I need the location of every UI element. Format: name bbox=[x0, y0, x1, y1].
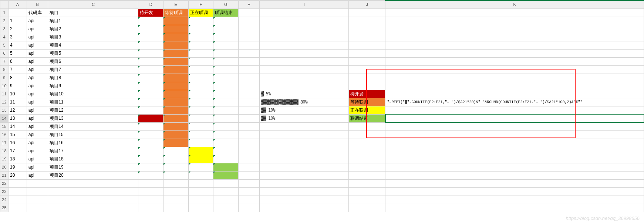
cell-bar[interactable]: ▓ 5% bbox=[260, 90, 349, 98]
cell-codebase[interactable]: api bbox=[27, 171, 48, 179]
cell-legend[interactable]: 联调结束 bbox=[349, 114, 385, 122]
cell-status[interactable] bbox=[163, 57, 188, 65]
cell[interactable] bbox=[349, 196, 385, 204]
row-header[interactable]: 23 bbox=[0, 187, 9, 196]
col-header-J[interactable]: J bbox=[349, 0, 385, 9]
cell[interactable] bbox=[260, 196, 349, 204]
cell-bar[interactable]: ▓▓▓▓▓▓▓▓▓▓▓▓▓▓▓▓ 80% bbox=[260, 98, 349, 106]
cell-status[interactable] bbox=[163, 106, 188, 114]
cell[interactable] bbox=[238, 90, 260, 98]
cell-status[interactable] bbox=[138, 57, 163, 65]
cell-status[interactable] bbox=[163, 33, 188, 41]
row-header[interactable]: 14 bbox=[0, 114, 9, 122]
cell[interactable] bbox=[138, 187, 163, 196]
cell[interactable] bbox=[27, 179, 48, 187]
cell-status[interactable] bbox=[138, 17, 163, 25]
cell[interactable] bbox=[238, 57, 260, 65]
cell[interactable] bbox=[238, 106, 260, 114]
cell-status[interactable] bbox=[188, 17, 213, 25]
cell[interactable] bbox=[238, 155, 260, 163]
cell-bar[interactable] bbox=[260, 82, 349, 90]
cell-status[interactable] bbox=[163, 114, 188, 122]
cell-status[interactable] bbox=[188, 57, 213, 65]
cell-codebase[interactable]: api bbox=[27, 82, 48, 90]
cell-project[interactable]: 项目17 bbox=[48, 147, 138, 155]
cell-legend[interactable] bbox=[349, 82, 385, 90]
col-header-I[interactable]: I bbox=[260, 0, 349, 9]
cell-formula[interactable] bbox=[385, 122, 644, 130]
cell-legend[interactable]: 等待联调 bbox=[349, 98, 385, 106]
row-header[interactable]: 6 bbox=[0, 49, 9, 57]
cell-formula[interactable]: "=REPT("▓",COUNTIF(E2:E21,"= ")/$A21*20)… bbox=[385, 98, 644, 106]
cell[interactable] bbox=[48, 179, 138, 187]
cell-codebase[interactable]: api bbox=[27, 139, 48, 147]
cell-status[interactable] bbox=[138, 49, 163, 57]
cell-codebase[interactable]: api bbox=[27, 25, 48, 33]
cell-formula[interactable] bbox=[385, 57, 644, 65]
cell-status[interactable] bbox=[188, 114, 213, 122]
cell-status[interactable] bbox=[138, 122, 163, 130]
cell-status[interactable] bbox=[138, 25, 163, 33]
cell-index[interactable]: 17 bbox=[8, 147, 27, 155]
cell-legend[interactable] bbox=[349, 139, 385, 147]
row-header[interactable]: 16 bbox=[0, 130, 9, 139]
cell-index[interactable]: 6 bbox=[8, 57, 27, 65]
cell[interactable] bbox=[238, 74, 260, 82]
cell-bar[interactable] bbox=[260, 74, 349, 82]
cell-status[interactable] bbox=[188, 33, 213, 41]
cell-index[interactable]: 10 bbox=[8, 90, 27, 98]
cell[interactable] bbox=[260, 204, 349, 212]
cell-status[interactable] bbox=[213, 114, 239, 122]
cell-status[interactable] bbox=[163, 41, 188, 49]
cell-status[interactable] bbox=[138, 74, 163, 82]
cell-status[interactable] bbox=[213, 33, 239, 41]
cell-status[interactable] bbox=[163, 49, 188, 57]
cell-index[interactable]: 19 bbox=[8, 163, 27, 171]
select-all-corner[interactable] bbox=[0, 0, 9, 9]
cell-bar[interactable]: ▓▓ 10% bbox=[260, 106, 349, 114]
row-header[interactable]: 22 bbox=[0, 179, 9, 187]
cell[interactable] bbox=[260, 179, 349, 187]
cell-index[interactable]: 3 bbox=[8, 33, 27, 41]
cell[interactable] bbox=[238, 82, 260, 90]
cell[interactable] bbox=[385, 9, 644, 17]
cell[interactable] bbox=[48, 196, 138, 204]
cell-project[interactable]: 项目2 bbox=[48, 25, 138, 33]
cell-bar[interactable] bbox=[260, 163, 349, 171]
row-header[interactable]: 19 bbox=[0, 155, 9, 163]
cell[interactable] bbox=[8, 196, 27, 204]
cell-codebase[interactable]: api bbox=[27, 130, 48, 139]
cell-status[interactable] bbox=[138, 90, 163, 98]
row-header[interactable]: 21 bbox=[0, 171, 9, 179]
row-header[interactable]: 9 bbox=[0, 74, 9, 82]
cell-bar[interactable] bbox=[260, 130, 349, 139]
cell-status[interactable] bbox=[138, 171, 163, 179]
cell-index[interactable]: 1 bbox=[8, 17, 27, 25]
cell[interactable] bbox=[238, 33, 260, 41]
cell[interactable] bbox=[213, 187, 239, 196]
cell[interactable] bbox=[27, 204, 48, 212]
cell-status-wait[interactable]: 等待联调 bbox=[163, 9, 188, 17]
cell-status[interactable] bbox=[163, 130, 188, 139]
cell[interactable] bbox=[238, 65, 260, 74]
cell[interactable] bbox=[349, 204, 385, 212]
cell[interactable] bbox=[238, 139, 260, 147]
row-header[interactable]: 4 bbox=[0, 33, 9, 41]
cell-codebase[interactable]: api bbox=[27, 98, 48, 106]
cell-status[interactable] bbox=[138, 41, 163, 49]
cell-status[interactable] bbox=[138, 65, 163, 74]
cell-status[interactable] bbox=[163, 17, 188, 25]
cell-bar[interactable] bbox=[260, 41, 349, 49]
cell-status[interactable] bbox=[188, 25, 213, 33]
cell[interactable] bbox=[188, 196, 213, 204]
cell[interactable] bbox=[238, 204, 260, 212]
cell-formula[interactable] bbox=[385, 17, 644, 25]
row-header[interactable]: 17 bbox=[0, 139, 9, 147]
cell[interactable] bbox=[260, 9, 349, 17]
cell-status[interactable] bbox=[213, 122, 239, 130]
cell-status[interactable] bbox=[213, 57, 239, 65]
cell-legend[interactable] bbox=[349, 49, 385, 57]
cell-status[interactable] bbox=[188, 82, 213, 90]
cell-status[interactable] bbox=[188, 74, 213, 82]
cell-formula[interactable] bbox=[385, 33, 644, 41]
